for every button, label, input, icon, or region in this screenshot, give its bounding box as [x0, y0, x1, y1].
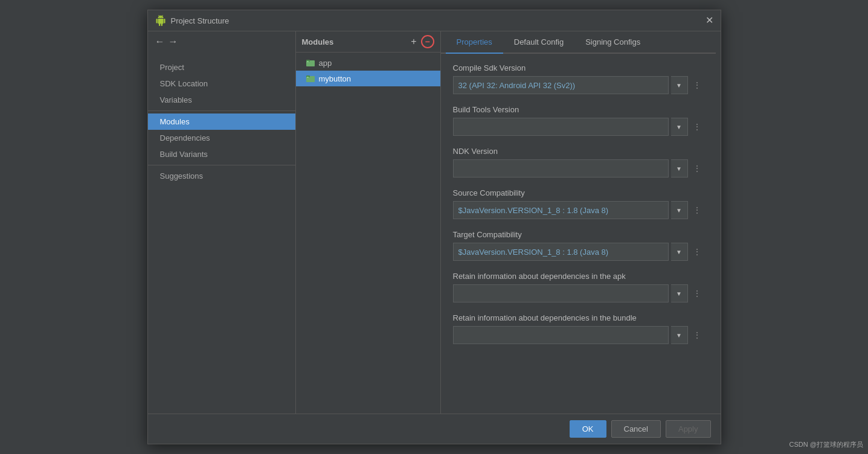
field-label-ndk: NDK Version	[453, 147, 704, 156]
cancel-button[interactable]: Cancel	[611, 420, 661, 438]
modules-header: Modules +	[296, 31, 440, 53]
nav-divider-2	[148, 165, 295, 165]
module-label-app: app	[319, 59, 332, 68]
nav-arrows: ← →	[148, 31, 295, 52]
sidebar-item-sdk-location[interactable]: SDK Location	[148, 75, 295, 92]
svg-rect-5	[307, 77, 309, 78]
tab-default-config[interactable]: Default Config	[503, 31, 574, 54]
forward-button[interactable]: →	[169, 36, 178, 47]
nav-divider	[148, 110, 295, 111]
module-item-mybutton[interactable]: mybutton	[296, 71, 440, 86]
field-row-retain-bundle: ▼ ⋮	[453, 326, 704, 344]
modules-list: app mybutton	[296, 53, 440, 414]
modules-panel: Modules + app	[296, 31, 441, 414]
dropdown-btn-build-tools[interactable]: ▼	[671, 118, 688, 136]
edit-btn-source-compat[interactable]: ⋮	[690, 201, 704, 219]
module-label-mybutton: mybutton	[319, 74, 351, 83]
dialog-footer: OK Cancel Apply	[148, 414, 721, 444]
field-row-build-tools: ▼ ⋮	[453, 118, 704, 136]
field-input-build-tools[interactable]	[453, 118, 669, 136]
svg-rect-2	[307, 61, 309, 62]
field-label-retain-bundle: Retain information about dependencies in…	[453, 313, 704, 322]
tab-signing-configs[interactable]: Signing Configs	[574, 31, 651, 54]
field-row-target-compat: ▼ ⋮	[453, 243, 704, 261]
sidebar-item-suggestions[interactable]: Suggestions	[148, 168, 295, 184]
field-row-compile-sdk: ▼ ⋮	[453, 76, 704, 94]
main-content: ← → Project SDK Location Variables Modul…	[148, 31, 721, 414]
project-structure-dialog: Project Structure ✕ ← → Project SDK Loca…	[147, 10, 721, 444]
field-input-ndk[interactable]	[453, 159, 669, 177]
field-group-compile-sdk: Compile Sdk Version ▼ ⋮	[453, 63, 704, 94]
field-input-retain-bundle[interactable]	[453, 326, 669, 344]
field-row-source-compat: ▼ ⋮	[453, 201, 704, 219]
field-label-source-compat: Source Compatibility	[453, 188, 704, 197]
field-label-compile-sdk: Compile Sdk Version	[453, 63, 704, 72]
field-input-compile-sdk[interactable]	[453, 76, 669, 94]
watermark: CSDN @打篮球的程序员	[789, 440, 863, 449]
module-folder-icon-mybutton	[306, 74, 315, 83]
field-group-target-compat: Target Compatibility ▼ ⋮	[453, 230, 704, 261]
field-input-source-compat[interactable]	[453, 201, 669, 219]
field-row-retain-apk: ▼ ⋮	[453, 284, 704, 302]
field-group-build-tools: Build Tools Version ▼ ⋮	[453, 105, 704, 136]
module-item-app[interactable]: app	[296, 55, 440, 71]
field-input-target-compat[interactable]	[453, 243, 669, 261]
title-bar: Project Structure ✕	[148, 10, 721, 31]
tab-properties[interactable]: Properties	[446, 31, 503, 54]
sidebar-item-project[interactable]: Project	[148, 59, 295, 75]
nav-section: Project SDK Location Variables Modules D…	[148, 52, 295, 191]
field-label-target-compat: Target Compatibility	[453, 230, 704, 239]
edit-btn-build-tools[interactable]: ⋮	[690, 118, 704, 136]
dropdown-btn-source-compat[interactable]: ▼	[671, 201, 688, 219]
modules-header-actions: +	[409, 35, 434, 48]
dropdown-btn-retain-bundle[interactable]: ▼	[671, 326, 688, 344]
edit-btn-retain-bundle[interactable]: ⋮	[690, 326, 704, 344]
field-group-ndk: NDK Version ▼ ⋮	[453, 147, 704, 177]
field-group-retain-apk: Retain information about dependencies in…	[453, 272, 704, 302]
sidebar-item-dependencies[interactable]: Dependencies	[148, 130, 295, 146]
field-row-ndk: ▼ ⋮	[453, 159, 704, 177]
title-bar-left: Project Structure	[155, 15, 230, 26]
modules-panel-title: Modules	[302, 37, 334, 46]
sidebar-item-build-variants[interactable]: Build Variants	[148, 146, 295, 162]
dropdown-btn-ndk[interactable]: ▼	[671, 159, 688, 177]
add-module-button[interactable]: +	[409, 37, 418, 46]
field-group-retain-bundle: Retain information about dependencies in…	[453, 313, 704, 344]
field-group-source-compat: Source Compatibility ▼ ⋮	[453, 188, 704, 219]
android-icon	[155, 15, 166, 26]
left-panel: ← → Project SDK Location Variables Modul…	[148, 31, 296, 414]
back-button[interactable]: ←	[155, 36, 165, 47]
apply-button[interactable]: Apply	[666, 420, 711, 438]
remove-module-button[interactable]	[421, 35, 434, 48]
edit-btn-compile-sdk[interactable]: ⋮	[690, 76, 704, 94]
tabs-bar: Properties Default Config Signing Config…	[441, 31, 716, 54]
ok-button[interactable]: OK	[570, 420, 606, 438]
edit-btn-retain-apk[interactable]: ⋮	[690, 284, 704, 302]
properties-panel: Compile Sdk Version ▼ ⋮ Build Tools Vers…	[441, 54, 716, 414]
close-button[interactable]: ✕	[706, 16, 713, 25]
module-folder-icon-app	[306, 58, 315, 68]
dialog-title: Project Structure	[171, 16, 230, 25]
sidebar-item-modules[interactable]: Modules	[148, 114, 295, 130]
dropdown-btn-retain-apk[interactable]: ▼	[671, 284, 688, 302]
edit-btn-target-compat[interactable]: ⋮	[690, 243, 704, 261]
right-scrollbar[interactable]	[716, 31, 721, 414]
field-input-retain-apk[interactable]	[453, 284, 669, 302]
field-label-retain-apk: Retain information about dependencies in…	[453, 272, 704, 281]
field-label-build-tools: Build Tools Version	[453, 105, 704, 114]
dropdown-btn-compile-sdk[interactable]: ▼	[671, 76, 688, 94]
right-panel: Properties Default Config Signing Config…	[441, 31, 716, 414]
sidebar-item-variables[interactable]: Variables	[148, 92, 295, 108]
edit-btn-ndk[interactable]: ⋮	[690, 159, 704, 177]
dropdown-btn-target-compat[interactable]: ▼	[671, 243, 688, 261]
